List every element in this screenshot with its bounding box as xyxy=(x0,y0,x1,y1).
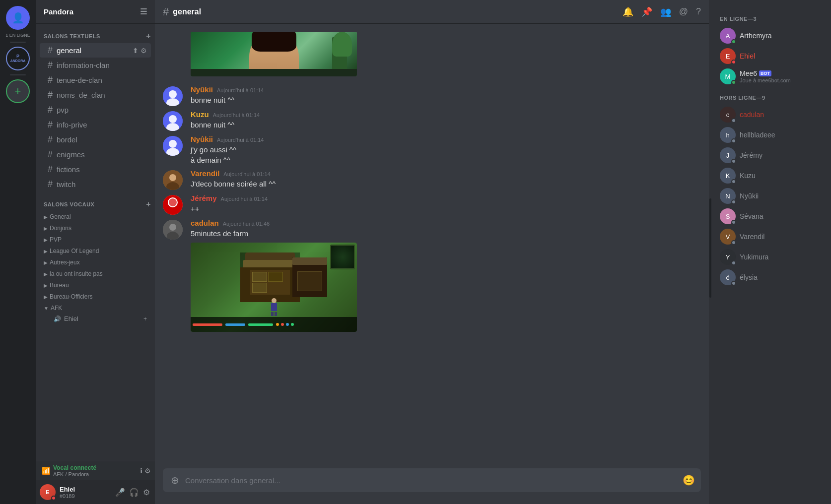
member-yukimura[interactable]: Y Yukimura xyxy=(716,247,827,267)
banner-image xyxy=(191,32,357,76)
vocal-settings-icon[interactable]: ⚙ xyxy=(144,467,151,475)
avatar: E xyxy=(40,484,56,500)
member-name-ehiel: Ehiel xyxy=(740,52,755,60)
invite-icon[interactable]: ⬆ xyxy=(133,47,138,55)
add-voice-channel-button[interactable]: + xyxy=(146,200,151,209)
voice-category-afk[interactable]: ▼ AFK xyxy=(40,303,151,314)
member-ehiel-online[interactable]: E Ehiel xyxy=(716,46,827,66)
msg-timestamp: Aujourd'hui à 01:14 xyxy=(221,196,268,202)
add-voice-user-icon[interactable]: + xyxy=(143,315,147,322)
vocal-info: Vocal connecté AFK / Pandora xyxy=(53,464,96,477)
member-kuzu-offline[interactable]: K Kuzu xyxy=(716,166,827,186)
member-mee6[interactable]: M Mee6 BOT Joue à mee6bot.com xyxy=(716,66,827,86)
voice-category-bureau[interactable]: ▶ Bureau xyxy=(40,280,151,291)
voice-channels-header[interactable]: SALONS VOCAUX + xyxy=(36,192,155,211)
channel-fictions[interactable]: # fictions xyxy=(40,162,151,177)
vocal-info-icon[interactable]: ℹ xyxy=(140,467,142,475)
msg-timestamp: Aujourd'hui à 01:14 xyxy=(217,87,264,93)
status-dot xyxy=(731,240,736,245)
channel-info-prive[interactable]: # info-prive xyxy=(40,118,151,132)
voice-category-autres-jeux[interactable]: ▶ Autres-jeux xyxy=(40,257,151,268)
emoji-button[interactable]: 😊 xyxy=(683,474,695,486)
text-channels-header[interactable]: SALONS TEXTUELS + xyxy=(36,24,155,43)
upload-button[interactable]: ⊕ xyxy=(169,468,181,492)
msg-header: cadulan Aujourd'hui à 01:46 xyxy=(191,219,701,227)
member-elysia[interactable]: é élysia xyxy=(716,267,827,287)
headphones-icon[interactable]: 🎧 xyxy=(128,487,140,498)
msg-content-varendil: Varendil Aujourd'hui à 01:14 J'deco bonn… xyxy=(191,169,701,190)
voice-category-donjons[interactable]: ▶ Donjons xyxy=(40,223,151,234)
status-dot xyxy=(731,159,736,164)
members-icon[interactable]: 👥 xyxy=(660,6,671,17)
channel-information-clan[interactable]: # information-clan xyxy=(40,58,151,72)
mute-microphone-icon[interactable]: 🎤 xyxy=(114,487,126,498)
member-jeremy-offline[interactable]: J Jérémy xyxy=(716,145,827,165)
msg-author: Nyûkii xyxy=(191,135,213,143)
voice-category-lol[interactable]: ▶ League Of Legend xyxy=(40,246,151,256)
msg-text: bonne nuit ^^ xyxy=(191,120,701,130)
server-strip: 👤 1 EN LIGNE P ANDORA + cliquer ici xyxy=(0,0,36,504)
pandora-server-icon[interactable]: P ANDORA xyxy=(6,47,30,70)
member-cadulan-offline[interactable]: c cadulan xyxy=(716,105,827,125)
voice-category-bureau-officiers[interactable]: ▶ Bureau-Officiers xyxy=(40,291,151,302)
chevron-icon: ▶ xyxy=(44,283,48,288)
mention-icon[interactable]: @ xyxy=(679,6,688,17)
help-icon[interactable]: ? xyxy=(696,6,701,17)
channel-tenue-de-clan[interactable]: # tenue-de-clan xyxy=(40,73,151,87)
hash-icon-general: # xyxy=(48,45,53,56)
member-sevana[interactable]: S Sévana xyxy=(716,206,827,226)
member-varendil-offline[interactable]: V Varendil xyxy=(716,227,827,247)
avatar-letter: E xyxy=(46,489,49,495)
channel-noms-de-clan[interactable]: # noms_de_clan xyxy=(40,88,151,102)
member-nyukii-offline[interactable]: N Nyûkii xyxy=(716,186,827,206)
chat-input[interactable] xyxy=(185,471,679,490)
settings-icon[interactable]: ⚙ xyxy=(140,47,147,55)
member-avatar-nyukii: N xyxy=(720,188,736,204)
voice-category-label: General xyxy=(50,213,71,220)
voice-category-general[interactable]: ▶ General xyxy=(40,211,151,222)
signal-icon: 📶 xyxy=(42,467,50,475)
add-text-channel-button[interactable]: + xyxy=(146,32,151,41)
member-avatar-cadulan: c xyxy=(720,107,736,123)
svg-point-13 xyxy=(168,198,177,207)
pin-icon[interactable]: 📌 xyxy=(641,6,652,17)
voice-category-pvp[interactable]: ▶ PVP xyxy=(40,234,151,245)
voice-category-label: PVP xyxy=(50,236,62,243)
msg-timestamp: Aujourd'hui à 01:14 xyxy=(223,171,270,177)
member-arthemyra[interactable]: A Arthemyra xyxy=(716,26,827,46)
hamburger-icon[interactable]: ☰ xyxy=(140,7,147,16)
status-dot xyxy=(731,39,736,44)
user-settings-icon[interactable]: ⚙ xyxy=(142,487,151,498)
msg-author-jeremy: Jérémy xyxy=(191,194,217,202)
right-sidebar: EN LIGNE—3 A Arthemyra E Ehiel M Mee6 BO… xyxy=(712,0,831,504)
member-name-sevana: Sévana xyxy=(740,212,763,220)
msg-text: bonne nuit ^^ xyxy=(191,95,701,105)
offline-section-title: HORS LIGNE—9 xyxy=(716,87,827,103)
hash-icon: # xyxy=(48,75,53,85)
server-divider xyxy=(10,42,26,43)
voice-user-ehiel[interactable]: 🔊 Ehiel + xyxy=(40,314,151,323)
member-hellbladeee[interactable]: h hellbladeee xyxy=(716,125,827,145)
channel-enigmes[interactable]: # enigmes xyxy=(40,147,151,162)
channel-general[interactable]: # general ⬆ ⚙ xyxy=(40,43,151,58)
channel-twitch[interactable]: # twitch xyxy=(40,177,151,191)
voice-category-label: Bureau-Officiers xyxy=(50,293,92,300)
bell-icon[interactable]: 🔔 xyxy=(623,6,633,17)
msg-author-varendil: Varendil xyxy=(191,169,219,178)
channel-pvp[interactable]: # pvp xyxy=(40,103,151,117)
user-dm-icon[interactable]: 👤 xyxy=(6,6,30,30)
add-server-button[interactable]: + xyxy=(6,79,30,103)
channel-bordel[interactable]: # bordel xyxy=(40,132,151,147)
message-group-nyukii-1: Nyûkii Aujourd'hui à 01:14 bonne nuit ^^ xyxy=(155,84,709,107)
member-avatar-yukimura: Y xyxy=(720,249,736,265)
channel-name: tenue-de-clan xyxy=(57,76,102,84)
online-section-title: EN LIGNE—3 xyxy=(716,8,827,24)
scroll-thumb[interactable] xyxy=(709,198,711,298)
channel-hash-icon: # xyxy=(163,5,169,18)
chevron-icon: ▶ xyxy=(44,271,48,277)
msg-text: j'y go aussi ^^à demain ^^ xyxy=(191,144,701,165)
msg-header: Nyûkii Aujourd'hui à 01:14 xyxy=(191,135,701,143)
main-chat: # general 🔔 📌 👥 @ ? xyxy=(155,0,709,504)
voice-category-insulte[interactable]: ▶ la ou ont insulte pas xyxy=(40,268,151,279)
sidebar-header[interactable]: Pandora ☰ xyxy=(36,0,155,24)
